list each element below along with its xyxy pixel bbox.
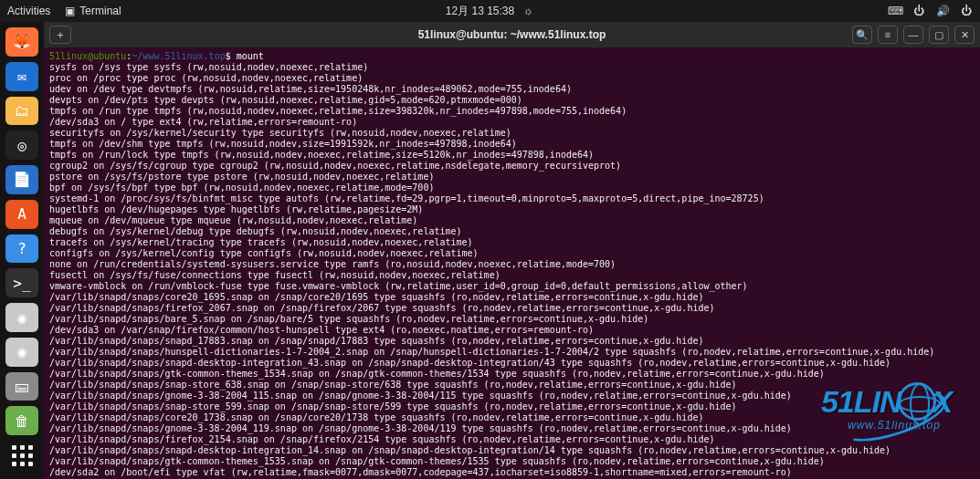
output-line: /var/lib/snapd/snaps/bare_5.snap on /sna… bbox=[49, 314, 975, 325]
terminal-window: ＋ 51linux@ubuntu: ~/www.51linux.top 🔍 ≡ … bbox=[44, 22, 980, 479]
output-line: /var/lib/snapd/snaps/firefox_2154.snap o… bbox=[49, 434, 975, 445]
firefox-icon[interactable]: 🦊 bbox=[5, 27, 38, 57]
output-line: /var/lib/snapd/snaps/core20_1738.snap on… bbox=[49, 412, 975, 423]
output-line: /var/lib/snapd/snaps/snap-store_599.snap… bbox=[49, 401, 975, 412]
output-line: /var/lib/snapd/snaps/gnome-3-38-2004_119… bbox=[49, 423, 975, 434]
output-line: bpf on /sys/fs/bpf type bpf (rw,nosuid,n… bbox=[49, 182, 975, 193]
app-menu-label: Terminal bbox=[79, 5, 121, 17]
input-source-icon[interactable]: ⌨ bbox=[889, 5, 901, 17]
volume-icon[interactable]: 🖴 bbox=[5, 372, 38, 401]
show-applications-button[interactable] bbox=[5, 441, 38, 470]
output-line: hugetlbfs on /dev/hugepages type hugetlb… bbox=[49, 204, 975, 215]
output-line: tmpfs on /dev/shm type tmpfs (rw,nosuid,… bbox=[49, 139, 975, 150]
clock[interactable]: 12月 13 15:38 bbox=[446, 4, 514, 19]
search-button[interactable]: 🔍 bbox=[852, 26, 872, 44]
output-line: /dev/sda2 on /boot/efi type vfat (rw,rel… bbox=[49, 467, 975, 478]
output-line: /var/lib/snapd/snaps/firefox_2067.snap o… bbox=[49, 303, 975, 314]
command-text: mount bbox=[237, 51, 264, 61]
output-line: systemd-1 on /proc/sys/fs/binfmt_misc ty… bbox=[49, 193, 975, 204]
output-line: proc on /proc type proc (rw,nosuid,nodev… bbox=[49, 73, 975, 84]
notifications-icon[interactable]: ☼ bbox=[522, 5, 534, 17]
output-line: sysfs on /sys type sysfs (rw,nosuid,node… bbox=[49, 62, 975, 73]
thunderbird-icon[interactable]: ✉ bbox=[5, 62, 38, 91]
output-line: configfs on /sys/kernel/config type conf… bbox=[49, 248, 975, 259]
maximize-icon: ▢ bbox=[934, 29, 943, 41]
output-line: /var/lib/snapd/snaps/gtk-common-themes_1… bbox=[49, 456, 975, 467]
help-icon[interactable]: ? bbox=[5, 234, 38, 264]
output-line: /var/lib/snapd/snaps/core20_1695.snap on… bbox=[49, 292, 975, 303]
disc1-icon[interactable]: ◉ bbox=[5, 303, 38, 332]
network-icon[interactable]: ⏻ bbox=[912, 5, 925, 17]
terminal-body[interactable]: 51linux@ubuntu:~/www.51linux.top$ mounts… bbox=[44, 47, 980, 479]
output-line: /var/lib/snapd/snaps/snapd-desktop-integ… bbox=[49, 358, 975, 369]
output-line: pstore on /sys/fs/pstore type pstore (rw… bbox=[49, 172, 975, 182]
prompt-path: ~/www.51linux.top bbox=[132, 51, 225, 61]
terminal-icon[interactable]: >_ bbox=[5, 268, 38, 297]
output-line: tmpfs on /run type tmpfs (rw,nosuid,node… bbox=[49, 106, 975, 117]
window-titlebar: ＋ 51linux@ubuntu: ~/www.51linux.top 🔍 ≡ … bbox=[44, 22, 980, 47]
output-line: tracefs on /sys/kernel/tracing type trac… bbox=[49, 237, 975, 248]
software-icon[interactable]: A bbox=[5, 200, 38, 229]
trash-icon[interactable]: 🗑 bbox=[5, 406, 38, 435]
volume-icon[interactable]: 🔊 bbox=[936, 5, 949, 17]
close-button[interactable]: ✕ bbox=[954, 26, 975, 44]
output-line: /var/lib/snapd/snaps/hunspell-dictionari… bbox=[49, 347, 975, 358]
output-line: mqueue on /dev/mqueue type mqueue (rw,no… bbox=[49, 215, 975, 226]
new-tab-button[interactable]: ＋ bbox=[49, 26, 71, 44]
output-line: debugfs on /sys/kernel/debug type debugf… bbox=[49, 226, 975, 237]
hamburger-icon: ≡ bbox=[885, 29, 890, 40]
gnome-topbar: Activities ▣ Terminal 12月 13 15:38 ☼ ⌨ ⏻… bbox=[0, 0, 980, 22]
power-icon[interactable]: ⏻ bbox=[960, 5, 973, 17]
output-line: cgroup2 on /sys/fs/cgroup type cgroup2 (… bbox=[49, 161, 975, 172]
minimize-icon: — bbox=[909, 29, 919, 40]
maximize-button[interactable]: ▢ bbox=[929, 26, 949, 44]
output-line: /var/lib/snapd/snaps/snapd_17883.snap on… bbox=[49, 336, 975, 347]
output-line: /var/lib/snapd/snaps/gtk-common-themes_1… bbox=[49, 369, 975, 380]
output-line: tmpfs on /run/lock type tmpfs (rw,nosuid… bbox=[49, 150, 975, 161]
output-line: /dev/sda3 on /var/snap/firefox/common/ho… bbox=[49, 325, 975, 336]
window-title: 51linux@ubuntu: ~/www.51linux.top bbox=[418, 28, 606, 41]
dock: 🦊✉🗂◎📄A?>_◉◉🖴🗑 bbox=[0, 22, 44, 479]
output-line: /var/lib/snapd/snaps/snap-store_638.snap… bbox=[49, 380, 975, 390]
output-line: none on /run/credentials/systemd-sysuser… bbox=[49, 259, 975, 270]
output-line: devpts on /dev/pts type devpts (rw,nosui… bbox=[49, 95, 975, 106]
prompt-line: 51linux@ubuntu:~/www.51linux.top$ mount bbox=[49, 51, 975, 62]
menu-button[interactable]: ≡ bbox=[878, 26, 898, 44]
rhythmbox-icon[interactable]: ◎ bbox=[5, 130, 38, 160]
prompt-userhost: 51linux@ubuntu bbox=[49, 51, 126, 61]
minimize-button[interactable]: — bbox=[903, 26, 923, 44]
writer-icon[interactable]: 📄 bbox=[5, 165, 38, 194]
close-icon: ✕ bbox=[961, 29, 969, 41]
output-line: fusectl on /sys/fs/fuse/connections type… bbox=[49, 270, 975, 281]
terminal-icon: ▣ bbox=[63, 5, 76, 17]
activities-button[interactable]: Activities bbox=[7, 5, 50, 17]
output-line: vmware-vmblock on /run/vmblock-fuse type… bbox=[49, 281, 975, 292]
output-line: /dev/sda3 on / type ext4 (rw,relatime,er… bbox=[49, 117, 975, 128]
disc2-icon[interactable]: ◉ bbox=[5, 338, 38, 367]
app-menu[interactable]: ▣ Terminal bbox=[63, 5, 121, 17]
output-line: securityfs on /sys/kernel/security type … bbox=[49, 128, 975, 139]
search-icon: 🔍 bbox=[856, 29, 869, 41]
output-line: udev on /dev type devtmpfs (rw,nosuid,re… bbox=[49, 84, 975, 95]
output-line: /var/lib/snapd/snaps/gnome-3-38-2004_115… bbox=[49, 390, 975, 401]
files-icon[interactable]: 🗂 bbox=[5, 97, 38, 126]
output-line: /var/lib/snapd/snaps/snapd-desktop-integ… bbox=[49, 445, 975, 456]
